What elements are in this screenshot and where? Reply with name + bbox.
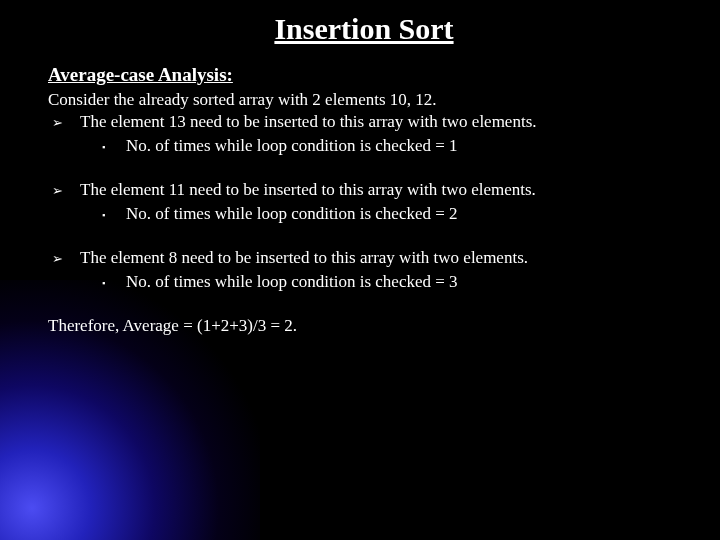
slide-content: Insertion Sort Average-case Analysis: Co… — [0, 0, 720, 336]
bullet-arrow-icon: ➢ — [52, 180, 80, 202]
list-subitem: ▪ No. of times while loop condition is c… — [102, 204, 680, 226]
bullet-square-icon: ▪ — [102, 204, 126, 226]
list-item: ➢ The element 11 need to be inserted to … — [52, 180, 680, 202]
list-subitem: ▪ No. of times while loop condition is c… — [102, 136, 680, 158]
slide-title: Insertion Sort — [48, 12, 680, 46]
list-item: ➢ The element 13 need to be inserted to … — [52, 112, 680, 134]
list-subitem-text: No. of times while loop condition is che… — [126, 136, 458, 158]
bullet-block: ➢ The element 11 need to be inserted to … — [48, 180, 680, 226]
bullet-square-icon: ▪ — [102, 272, 126, 294]
bullet-arrow-icon: ➢ — [52, 112, 80, 134]
section-heading: Average-case Analysis: — [48, 64, 680, 86]
list-subitem: ▪ No. of times while loop condition is c… — [102, 272, 680, 294]
intro-text: Consider the already sorted array with 2… — [48, 90, 680, 110]
list-item-text: The element 11 need to be inserted to th… — [80, 180, 536, 202]
bullet-square-icon: ▪ — [102, 136, 126, 158]
bullet-block: ➢ The element 13 need to be inserted to … — [48, 112, 680, 158]
conclusion-text: Therefore, Average = (1+2+3)/3 = 2. — [48, 316, 680, 336]
list-subitem-text: No. of times while loop condition is che… — [126, 272, 458, 294]
bullet-arrow-icon: ➢ — [52, 248, 80, 270]
list-subitem-text: No. of times while loop condition is che… — [126, 204, 458, 226]
list-item-text: The element 8 need to be inserted to thi… — [80, 248, 528, 270]
list-item-text: The element 13 need to be inserted to th… — [80, 112, 537, 134]
list-item: ➢ The element 8 need to be inserted to t… — [52, 248, 680, 270]
bullet-block: ➢ The element 8 need to be inserted to t… — [48, 248, 680, 294]
